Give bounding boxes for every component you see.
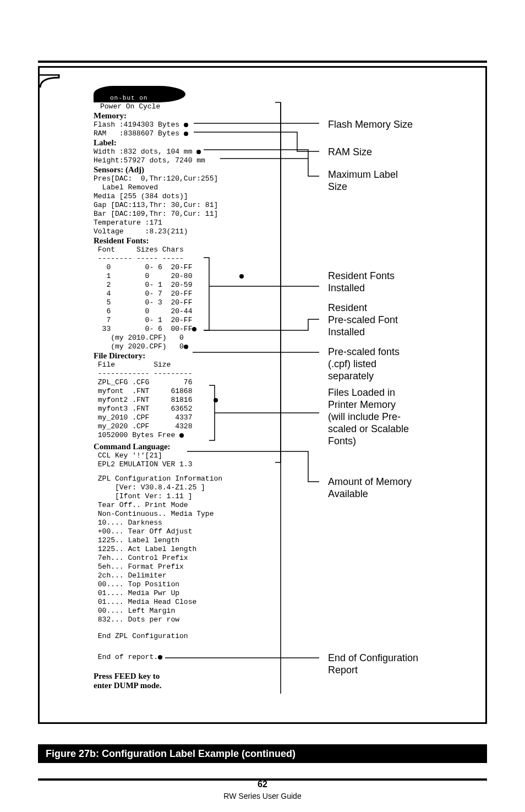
cfg-row: 10.... Darkness (94, 519, 281, 527)
cfg-row: 01.... Media Pwr Up (94, 589, 281, 598)
end-zpl-line: End ZPL Configuration (94, 632, 281, 641)
tab-corner-icon (38, 74, 60, 102)
zpl-ver-line: [Ver: V30.8.4-Z1.25 ] (94, 483, 281, 492)
command-language-heading: Command Language: (94, 442, 281, 451)
zpl-info-line: ZPL Configuration Information (94, 475, 281, 483)
dot-icon (214, 398, 218, 402)
enter-dump-line: enter DUMP mode. (94, 681, 281, 690)
dot-icon (158, 655, 162, 660)
cfg-row: 2ch... Delimiter (94, 571, 281, 580)
end-report-line: End of report. (94, 653, 281, 662)
cfg-row: 01.... Media Head Close (94, 598, 281, 607)
file-row: ZPL_CFG .CFG 76 (94, 378, 281, 387)
cfg-row: 5eh... Format Prefix (94, 563, 281, 571)
pres-line: Pres[DAC: 0,Thr:120,Cur:255] (94, 175, 281, 183)
font-row: 33 0- 6 00-FF (94, 325, 281, 334)
page: on-but on Power On Cycle Memory: Flash :… (0, 0, 525, 812)
sensors-heading: Sensors: (Adj) (94, 165, 281, 175)
dot-icon (239, 274, 244, 279)
power-on-line: Power On Cycle (100, 102, 281, 111)
file-table-header: File Size (94, 361, 281, 369)
file-row: myfont3 .FNT 63652 (94, 405, 281, 413)
guide-title: RW Series User Guide (0, 792, 525, 800)
dot-icon (192, 327, 196, 331)
temperature-line: Temperature :171 (94, 219, 281, 227)
font-row: 4 0- 7 20-FF (94, 290, 281, 298)
dot-icon (184, 345, 188, 349)
cfg-row: 1225.. Label length (94, 536, 281, 545)
cfg-row: Non-Continuous.. Media Type (94, 510, 281, 519)
bar-line: Bar [DAC:109,Thr: 70,Cur: 11] (94, 210, 281, 219)
height-line: Height:57927 dots, 7240 mm (94, 156, 281, 165)
epl2-line: EPL2 EMULATION VER 1.3 (94, 460, 281, 469)
font-row: 7 0- 1 20-FF (94, 316, 281, 325)
dot-icon (196, 150, 201, 154)
voltage-line: Voltage :8.23(211) (94, 227, 281, 236)
font-row: (my 2020.CPF) 0 (94, 342, 281, 351)
ann-prescaled-listed: Pre-scaled fonts (.cpf) listed separatel… (328, 346, 400, 382)
file-row: myfont .FNT 61868 (94, 387, 281, 396)
press-feed-line: Press FEED key to (94, 672, 281, 681)
cfg-row: 00.... Left Margin (94, 607, 281, 615)
ram-line: RAM :8388607 Bytes (94, 129, 281, 138)
width-line: Width :832 dots, 104 mm (94, 148, 281, 156)
page-footer: 62 RW Series User Guide (0, 780, 525, 800)
ccl-line: CCL Key '!'[21] (94, 451, 281, 460)
font-row: 5 0- 3 20-FF (94, 298, 281, 307)
gap-line: Gap [DAC:113,Thr: 30,Cur: 81] (94, 201, 281, 210)
font-row: 6 0 20-44 (94, 307, 281, 316)
media-line: Media [255 (384 dots)] (94, 192, 281, 201)
dot-icon (179, 433, 184, 438)
ann-resident-fonts: Resident Fonts Installed (328, 270, 395, 294)
font-row: 1 0 20-80 (94, 272, 281, 281)
figure-caption: Figure 27b: Configuration Label Example … (38, 744, 487, 763)
font-row: 2 0- 1 20-59 (94, 281, 281, 290)
ann-amount-memory: Amount of Memory Available (328, 476, 412, 500)
font-row: (my 2010.CPF) 0 (94, 334, 281, 342)
torn-label-text: on-but on (110, 95, 147, 101)
config-label-content: Power On Cycle Memory: Flash :4194303 By… (94, 102, 281, 690)
memory-heading: Memory: (94, 111, 281, 121)
cfg-row: 832... Dots per row (94, 615, 281, 624)
ann-files-loaded: Files Loaded in Printer Memory (will inc… (328, 386, 409, 447)
page-number: 62 (0, 780, 525, 789)
label-heading: Label: (94, 138, 281, 148)
resident-fonts-heading: Resident Fonts: (94, 236, 281, 246)
ifont-line: [Ifont Ver: 1.11 ] (94, 492, 281, 501)
cfg-row: 00.... Top Position (94, 580, 281, 589)
bytes-free-line: 1052000 Bytes Free (94, 431, 281, 440)
file-table-sep: ------------ --------- (94, 369, 281, 378)
flash-line: Flash :4194303 Bytes (94, 121, 281, 129)
ann-ram-size: RAM Size (328, 146, 372, 158)
file-row: my_2010 .CPF 4337 (94, 413, 281, 422)
ann-end-config: End of Configuration Report (328, 652, 418, 676)
file-directory-heading: File Directory: (94, 351, 281, 361)
cfg-row: 1225.. Act Label length (94, 545, 281, 554)
font-table-sep: -------- ----- ----- (94, 254, 281, 263)
cfg-row: 7eh... Control Prefix (94, 554, 281, 563)
dot-icon (184, 132, 188, 136)
torn-label-top: on-but on (94, 86, 185, 102)
ann-prescaled-font: Resident Pre-scaled Font Installed (328, 302, 398, 338)
font-row: 0 0- 6 20-FF (94, 263, 281, 272)
file-row: my_2020 .CPF 4328 (94, 422, 281, 431)
label-removed-line: Label Removed (94, 183, 281, 192)
font-table-header: Font Sizes Chars (94, 246, 281, 254)
ann-max-label: Maximum Label Size (328, 168, 398, 193)
cfg-row: Tear Off.. Print Mode (94, 501, 281, 510)
file-row: myfont2 .FNT 81816 (94, 396, 281, 405)
dot-icon (184, 123, 188, 127)
ann-flash-memory: Flash Memory Size (328, 118, 413, 130)
cfg-row: +00... Tear Off Adjust (94, 527, 281, 536)
